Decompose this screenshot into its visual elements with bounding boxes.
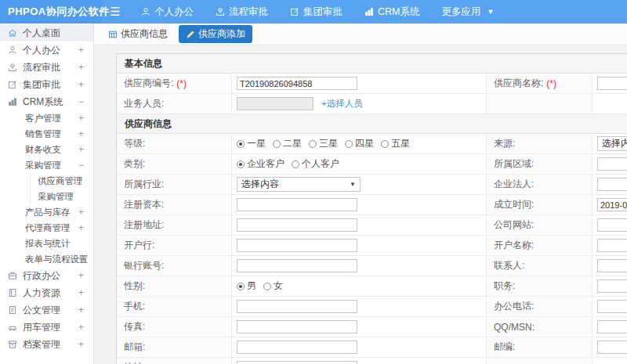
level-radios-option[interactable]: 三星 (309, 137, 338, 150)
registered-capital-input[interactable] (237, 198, 357, 211)
radio-label: 男 (247, 279, 256, 293)
expand-toggle-icon[interactable]: + (78, 270, 84, 281)
account-name-input[interactable] (597, 239, 627, 252)
level-radios-option[interactable]: 一星 (237, 137, 266, 150)
source-select[interactable]: 选择内容▼ (597, 136, 627, 151)
bank-input[interactable] (237, 239, 357, 252)
level-radios-option[interactable]: 五星 (381, 137, 410, 150)
expand-toggle-icon[interactable]: + (78, 287, 84, 298)
website-input[interactable] (597, 218, 627, 232)
sidebar-item-label: 人力资源 (23, 287, 60, 300)
form-row: 供应商编号:(*)供应商名称:(*) (117, 74, 627, 94)
expand-toggle-icon[interactable]: + (78, 128, 84, 139)
radio-label: 四星 (355, 137, 374, 150)
gender-radios-option[interactable]: 女 (263, 279, 283, 293)
sidebar-item-archive-management[interactable]: 档案管理+ (0, 336, 93, 353)
mobile-input[interactable] (237, 300, 357, 313)
sidebar-item-group-approval[interactable]: 集团审批+ (0, 76, 93, 93)
sidebar-item-personal-desktop[interactable]: 个人桌面 (0, 24, 93, 41)
sidebar-item-form-process-settings[interactable]: 表单与流程设置+ (0, 251, 93, 267)
expand-toggle-icon[interactable]: + (78, 222, 84, 233)
field-cell (593, 337, 627, 357)
expand-toggle-icon[interactable]: + (78, 144, 84, 155)
nav-item-personal-office[interactable]: 个人办公 (141, 5, 194, 19)
nav-item-process-approval[interactable]: 流程审批 (216, 5, 268, 19)
level-radios-option[interactable]: 四星 (345, 137, 374, 150)
sidebar-item-human-resources[interactable]: 人力资源+ (0, 284, 93, 301)
expand-toggle-icon[interactable]: + (78, 45, 84, 56)
sidebar-item-document-management[interactable]: 公文管理+ (0, 301, 93, 319)
tab-supplier-add[interactable]: 供应商添加 (179, 25, 252, 43)
nav-item-crm-system[interactable]: CRM系统 (364, 5, 419, 19)
position-input[interactable] (597, 279, 627, 293)
sidebar-item-agent-management[interactable]: 代理商管理+ (0, 220, 93, 236)
industry-select[interactable]: 选择内容▼ (237, 177, 361, 192)
expand-toggle-icon[interactable]: + (78, 79, 84, 90)
category-radios-option[interactable]: 个人客户 (292, 157, 339, 171)
empty-cell (487, 94, 593, 114)
sidebar-item-supplier-management[interactable]: 供应商管理 (30, 173, 93, 189)
field-label: 等级: (117, 134, 232, 153)
nav-item-more-apps[interactable]: 更多应用▼ (441, 5, 494, 19)
bank-account-input[interactable] (237, 259, 357, 272)
zip-input[interactable] (597, 341, 627, 354)
supplier-name-input[interactable] (597, 77, 627, 90)
sidebar-item-reports-statistics[interactable]: 报表与统计 (0, 236, 93, 251)
nav-item-label: 集团审批 (303, 5, 342, 19)
field-label-text: 传真: (124, 320, 145, 333)
menu-icon[interactable]: ☰ (102, 5, 129, 19)
supplier-code-input[interactable] (237, 77, 357, 90)
sidebar-item-sales-management[interactable]: 销售管理+ (0, 126, 93, 142)
sidebar-item-purchase-management[interactable]: 采购管理− (0, 157, 93, 173)
sidebar-item-product-inventory[interactable]: 产品与库存+ (0, 204, 93, 220)
field-label: 所属行业: (117, 175, 232, 194)
field-label: 类别: (117, 154, 232, 174)
contact-input[interactable] (597, 259, 627, 272)
level-radios-option[interactable]: 二星 (273, 137, 302, 150)
office-phone-input[interactable] (597, 300, 627, 313)
gender-radios-option[interactable]: 男 (237, 279, 256, 293)
expand-toggle-icon[interactable]: + (78, 322, 84, 333)
expand-toggle-icon[interactable]: + (78, 305, 84, 315)
form-row: 注册资本:成立时间: (117, 195, 627, 215)
sidebar-item-purchasing-management[interactable]: 采购管理 (30, 189, 93, 204)
sidebar-item-label: 行政办公 (23, 269, 60, 283)
expand-toggle-icon[interactable]: + (78, 113, 84, 124)
expand-toggle-icon[interactable]: + (78, 254, 84, 265)
email-input[interactable] (237, 341, 357, 354)
sidebar-item-process-approval[interactable]: 流程审批+ (0, 59, 93, 76)
sidebar-item-crm-system[interactable]: CRM系统− (0, 93, 93, 110)
expand-toggle-icon[interactable]: − (78, 96, 84, 107)
field-label-text: 供应商编号: (124, 77, 173, 90)
expand-toggle-icon[interactable]: + (78, 62, 84, 73)
field-label: 开户行: (117, 236, 232, 255)
founded-date-input[interactable] (597, 198, 627, 211)
field-cell (593, 276, 627, 296)
fax-input[interactable] (237, 320, 357, 333)
sidebar-item-label: 采购管理 (38, 191, 74, 203)
sidebar-item-customer-management[interactable]: 客户管理+ (0, 110, 93, 126)
business-person-input[interactable] (237, 97, 314, 110)
legal-person-input[interactable] (597, 178, 627, 191)
field-label-text: 业务人员: (124, 97, 164, 110)
form-row: 类别:企业客户个人客户所属区域: (117, 154, 627, 175)
category-radios-option[interactable]: 企业客户 (237, 157, 285, 171)
tab-supplier-info[interactable]: 供应商信息 (104, 25, 172, 43)
expand-toggle-icon[interactable]: + (78, 339, 84, 350)
field-label-text: 手机: (124, 300, 145, 313)
book-icon (8, 288, 17, 297)
choose-person-link[interactable]: +选择人员 (321, 98, 363, 110)
address-input[interactable] (237, 361, 357, 364)
sidebar-item-vehicle-management[interactable]: 用车管理+ (0, 319, 93, 336)
sidebar-item-personal-office[interactable]: 个人办公+ (0, 41, 93, 59)
registered-address-input[interactable] (237, 218, 357, 232)
field-cell: 选择内容▼ (232, 175, 487, 194)
qq-msn-input[interactable] (597, 320, 627, 333)
expand-toggle-icon[interactable]: + (78, 207, 84, 218)
sidebar-item-finance-income-expense[interactable]: 财务收支+ (0, 142, 93, 157)
nav-item-group-approval[interactable]: 集团审批 (290, 5, 342, 19)
expand-toggle-icon[interactable]: − (78, 160, 84, 171)
region-input[interactable] (597, 157, 627, 171)
sidebar-item-administrative-office[interactable]: 行政办公+ (0, 267, 93, 284)
supplier-add-form: 基本信息供应商编号:(*)供应商名称:(*)业务人员:+选择人员供应商信息等级:… (116, 53, 627, 364)
